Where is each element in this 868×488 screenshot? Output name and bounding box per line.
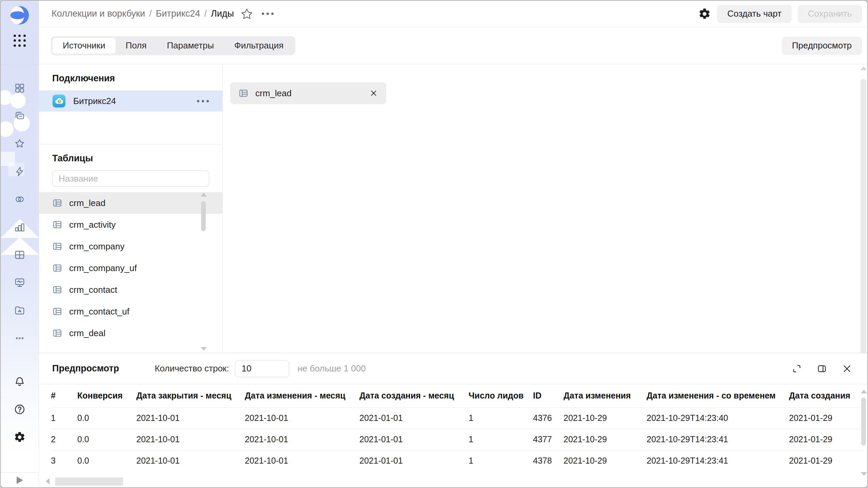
cell: 1 <box>51 407 77 429</box>
tab-fields[interactable]: Поля <box>116 38 157 54</box>
scroll-thumb[interactable] <box>55 477 123 486</box>
table-search-input[interactable] <box>52 170 209 187</box>
apps-grid-icon[interactable] <box>12 33 27 48</box>
row-count-input[interactable] <box>235 360 289 377</box>
entry-menu-icon[interactable] <box>262 13 274 15</box>
table-item-crm-activity[interactable]: crm_activity <box>39 214 222 236</box>
close-preview-icon[interactable] <box>842 364 852 374</box>
settings-gear-icon[interactable] <box>10 428 29 447</box>
table-grid-icon[interactable] <box>10 245 29 264</box>
cell: 2021-01-29 <box>789 429 864 450</box>
tab-filtering[interactable]: Фильтрация <box>224 38 294 54</box>
star-icon[interactable] <box>10 134 29 153</box>
monitor-pulse-icon[interactable] <box>10 273 29 292</box>
connection-menu-icon[interactable] <box>197 100 209 102</box>
grid-2x2-icon[interactable] <box>10 79 29 98</box>
canvas-scrollbar[interactable] <box>861 66 866 351</box>
table-item-crm-contact[interactable]: crm_contact <box>39 279 222 301</box>
cell: 0.0 <box>77 450 136 471</box>
breadcrumb-workbook[interactable]: Битрикс24 <box>156 8 200 19</box>
breadcrumb-current: Лиды <box>211 8 234 19</box>
scroll-up-icon[interactable] <box>201 193 207 197</box>
cell: 2021-10-01 <box>136 407 245 429</box>
preview-toggle-button[interactable]: Предпросмотр <box>782 37 862 55</box>
tab-parameters[interactable]: Параметры <box>157 38 224 54</box>
table-row: 1 0.0 2021-10-01 2021-10-01 2021-01-01 1… <box>51 407 864 429</box>
connections-title: Подключения <box>52 73 222 84</box>
table-item-crm-contact-uf[interactable]: crm_contact_uf <box>39 301 222 322</box>
col-header: ID <box>533 384 564 407</box>
table-item-crm-company[interactable]: crm_company <box>39 236 222 257</box>
tab-sources[interactable]: Источники <box>53 38 116 54</box>
table-icon <box>52 263 62 273</box>
favorite-star-icon[interactable] <box>241 8 253 20</box>
cell: 2021-01-29 <box>789 450 864 471</box>
breadcrumb-collections[interactable]: Коллекции и воркбуки <box>52 8 145 19</box>
tables-title: Таблицы <box>52 153 222 164</box>
save-button[interactable]: Сохранить <box>798 5 862 23</box>
scroll-up-icon[interactable] <box>861 66 867 70</box>
table-row: 2 0.0 2021-10-01 2021-10-01 2021-01-01 1… <box>51 429 864 450</box>
scroll-thumb[interactable] <box>861 398 866 446</box>
cell: 4376 <box>533 407 564 429</box>
table-icon <box>52 241 62 251</box>
scroll-thumb[interactable] <box>201 201 206 231</box>
remove-table-icon[interactable] <box>369 89 378 98</box>
scroll-thumb[interactable] <box>861 79 866 355</box>
cell: 3 <box>51 450 77 471</box>
preview-vertical-scrollbar[interactable] <box>861 390 866 476</box>
dataset-settings-gear-icon[interactable] <box>698 7 711 20</box>
table-item-crm-deal[interactable]: crm_deal <box>39 322 222 344</box>
selected-table-chip-crm-lead[interactable]: crm_lead <box>230 82 386 104</box>
tab-group: Источники Поля Параметры Фильтрация <box>51 36 295 55</box>
preview-table-container: # Конверсия Дата закрытия - месяц Дата и… <box>39 384 867 487</box>
datalens-logo-icon[interactable] <box>9 5 30 26</box>
col-header: Дата закрытия - месяц <box>136 384 245 407</box>
expand-sidebar-icon[interactable] <box>17 476 23 484</box>
col-header: Число лидов <box>469 384 533 407</box>
sidebar <box>1 1 39 487</box>
fullscreen-icon[interactable] <box>792 364 802 374</box>
panel-divider <box>39 144 222 144</box>
scroll-down-icon[interactable] <box>201 347 207 351</box>
create-chart-button[interactable]: Создать чарт <box>717 5 792 23</box>
scroll-left-icon[interactable] <box>46 478 50 484</box>
bolt-icon[interactable] <box>10 162 29 181</box>
preview-controls <box>792 364 852 374</box>
cell: 2021-10-01 <box>136 450 245 471</box>
row-count-label: Количество строк: <box>155 363 229 374</box>
table-item-crm-lead[interactable]: crm_lead <box>39 192 222 214</box>
table-item-crm-company-uf[interactable]: crm_company_uf <box>39 257 222 279</box>
chip-label: crm_lead <box>255 88 292 99</box>
overlap-circles-icon[interactable] <box>10 190 29 209</box>
cell: 1 <box>469 407 533 429</box>
cell: 2021-01-01 <box>359 429 469 450</box>
table-item-label: crm_activity <box>69 220 116 230</box>
bar-chart-icon[interactable] <box>10 218 29 237</box>
connection-item-bitrix24[interactable]: Битрикс24 <box>39 90 222 111</box>
help-icon[interactable] <box>10 400 29 419</box>
split-view-icon[interactable] <box>817 364 827 374</box>
bell-icon[interactable] <box>10 372 29 391</box>
col-header: Дата изменения - месяц <box>245 384 359 407</box>
main-area: Коллекции и воркбуки / Битрикс24 / Лиды … <box>39 1 867 487</box>
top-bar: Коллекции и воркбуки / Битрикс24 / Лиды … <box>39 1 867 27</box>
preview-horizontal-scrollbar[interactable] <box>46 477 847 486</box>
col-header: Дата создания - месяц <box>359 384 469 407</box>
sidebar-footer <box>1 472 39 487</box>
tables-list-scrollbar[interactable] <box>201 193 206 351</box>
scroll-up-icon[interactable] <box>861 390 867 393</box>
more-icon[interactable] <box>10 329 29 348</box>
content: Подключения <box>39 64 867 353</box>
folders-icon[interactable] <box>10 106 29 125</box>
cell: 2021-10-01 <box>136 429 245 450</box>
scroll-down-icon[interactable] <box>861 472 867 476</box>
table-item-label: crm_company <box>69 241 124 252</box>
preview-header: Предпросмотр Количество строк: не больше… <box>39 353 867 384</box>
table-item-label: crm_contact <box>69 285 117 295</box>
table-icon <box>52 198 62 208</box>
table-icon <box>238 88 249 98</box>
folder-cloud-icon[interactable] <box>10 301 29 320</box>
header-row: # Конверсия Дата закрытия - месяц Дата и… <box>51 384 864 407</box>
breadcrumb: Коллекции и воркбуки / Битрикс24 / Лиды <box>52 8 234 19</box>
